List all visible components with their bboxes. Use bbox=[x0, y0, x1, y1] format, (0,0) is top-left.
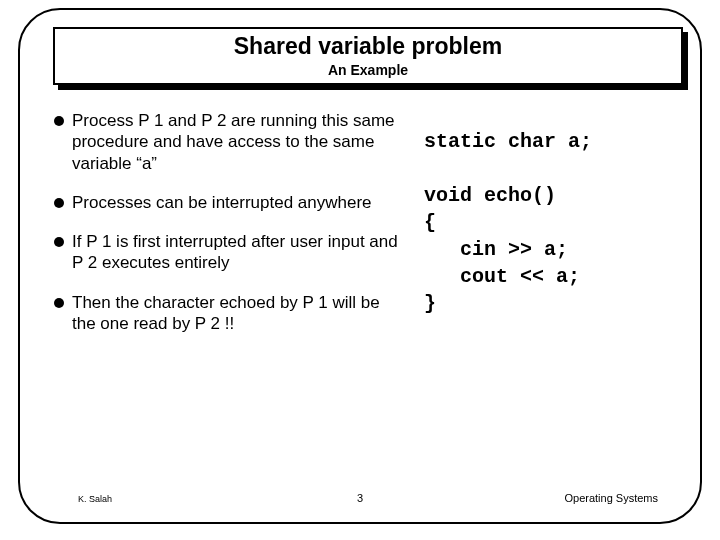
bullet-text: If P 1 is first interrupted after user i… bbox=[72, 231, 406, 274]
bullet-text: Process P 1 and P 2 are running this sam… bbox=[72, 110, 406, 174]
list-item: Then the character echoed by P 1 will be… bbox=[54, 292, 406, 335]
footer-course: Operating Systems bbox=[564, 492, 658, 504]
slide-title: Shared variable problem bbox=[55, 33, 681, 60]
code-block: static char a; void echo() { cin >> a; c… bbox=[424, 128, 694, 317]
bullet-icon bbox=[54, 198, 64, 208]
slide-subtitle: An Example bbox=[55, 62, 681, 78]
bullet-icon bbox=[54, 116, 64, 126]
slide-frame: Shared variable problem An Example Proce… bbox=[18, 8, 702, 524]
code-column: static char a; void echo() { cin >> a; c… bbox=[424, 110, 694, 352]
title-box: Shared variable problem An Example bbox=[53, 27, 683, 85]
bullet-text: Then the character echoed by P 1 will be… bbox=[72, 292, 406, 335]
list-item: If P 1 is first interrupted after user i… bbox=[54, 231, 406, 274]
bullet-icon bbox=[54, 237, 64, 247]
list-item: Process P 1 and P 2 are running this sam… bbox=[54, 110, 406, 174]
slide-body: Process P 1 and P 2 are running this sam… bbox=[54, 110, 706, 352]
bullet-text: Processes can be interrupted anywhere bbox=[72, 192, 372, 213]
bullet-icon bbox=[54, 298, 64, 308]
bullet-list: Process P 1 and P 2 are running this sam… bbox=[54, 110, 424, 352]
list-item: Processes can be interrupted anywhere bbox=[54, 192, 406, 213]
